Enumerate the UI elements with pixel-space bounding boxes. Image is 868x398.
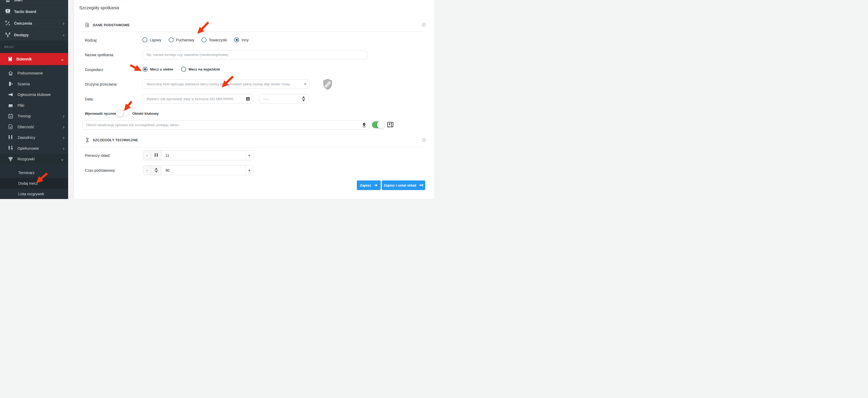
sidebar-item-label: Dostępy: [14, 33, 29, 37]
sidebar-item-label: Pliki: [18, 103, 24, 108]
chevron-right-icon: ›: [63, 126, 64, 128]
calendar-icon[interactable]: [246, 96, 250, 101]
radio-mecz-u-siebie[interactable]: Mecz u siebie: [143, 67, 173, 72]
gospodarz-label: Gospodarz:: [85, 68, 104, 72]
sidebar-item-opiekunowie[interactable]: Opiekunowie ›: [0, 143, 68, 154]
stepper-minus-button[interactable]: -: [143, 151, 151, 160]
megaphone-icon: [8, 91, 13, 98]
club-facility-map-icon: [387, 122, 394, 129]
save-and-lineup-button[interactable]: Zapisz i ustal skład: [382, 180, 425, 190]
chevron-right-icon: ›: [63, 34, 64, 36]
date-field: [143, 94, 253, 104]
chevron-down-icon: ⌄: [60, 158, 64, 160]
nazwa-input[interactable]: [143, 50, 367, 59]
radio-inny[interactable]: Inny: [234, 37, 248, 42]
sidebar-item-label: Obecność: [18, 125, 34, 129]
druzyna-label: Drużyna przeciwna:: [85, 82, 118, 87]
storage-icon: [8, 102, 13, 109]
nazwa-field: [143, 50, 367, 59]
data-label: Data:: [85, 97, 94, 101]
sidebar-item-lista-rozgrywek[interactable]: Lista rozgrywek: [0, 189, 68, 199]
sidebar-item-label: Zawodnicy: [18, 135, 35, 140]
radio-circle[interactable]: [143, 37, 147, 42]
calendar-icon: 31: [8, 113, 13, 119]
sidebar-item-start[interactable]: Start: [0, 0, 68, 6]
radio-ligowy[interactable]: Ligowy: [143, 37, 161, 42]
section-basic-collapse-icon[interactable]: [422, 23, 426, 27]
radio-circle-selected[interactable]: [234, 37, 239, 42]
sidebar: Start Tactic Board Ćwiczenia › Dostępy: [0, 0, 68, 199]
players-icon: [8, 134, 13, 141]
sidebar-item-terminarz[interactable]: Terminarz: [0, 167, 68, 178]
date-input[interactable]: [143, 94, 253, 104]
page-title: Szczegóły spotkania: [79, 5, 119, 10]
dziennik-submenu: Podsumowanie Szatnia Ogłoszenia klubowe …: [0, 65, 68, 165]
section-title: DANE PODSTAWOWE: [93, 23, 130, 27]
arrow-to-bar-icon: [419, 184, 424, 187]
sidebar-item-zawodnicy[interactable]: Zawodnicy ›: [0, 132, 68, 143]
section-title: SZCZEGÓŁY TECHNICZNE: [93, 138, 138, 142]
stepper-minus-button[interactable]: -: [143, 166, 151, 175]
sidebar-item-tactic-board[interactable]: Tactic Board: [0, 6, 68, 18]
rozgrywki-children: Terminarz Dodaj mecz Lista rozgrywek: [0, 165, 68, 199]
match-time-stepper: - +: [143, 165, 253, 175]
chevron-down-icon: ⌄: [60, 58, 64, 60]
watch-icon[interactable]: [301, 96, 306, 101]
home-icon: [4, 0, 11, 3]
sidebar-item-treningi[interactable]: 31 Treningi ›: [0, 111, 68, 122]
nazwa-label: Nazwa spotkania:: [85, 53, 114, 57]
gospodarz-radio-group: Mecz u siebie Mecz na wyjeździe: [143, 67, 220, 72]
attendance-icon: [8, 124, 13, 130]
sidebar-item-dziennik[interactable]: Dziennik ⌄: [0, 53, 68, 65]
toggle-knob[interactable]: [377, 121, 385, 129]
rodzaj-radio-group: Ligowy Pucharowy Towarzyski Inny: [143, 37, 249, 42]
svg-text:31: 31: [9, 115, 12, 118]
manual-entry-label: Wprowadź ręcznie: [85, 111, 116, 115]
sidebar-item-pliki[interactable]: Pliki: [0, 100, 68, 111]
radio-circle[interactable]: [202, 37, 207, 42]
save-button[interactable]: Zapisz: [357, 180, 381, 190]
toggle-knob[interactable]: [116, 110, 124, 117]
menu-section-label: MENU: [0, 41, 68, 53]
document-icon: [85, 23, 90, 28]
sidebar-item-label: Terminarz: [18, 171, 34, 175]
sidebar-gutter: [68, 0, 74, 199]
sidebar-item-label: Ćwiczenia: [14, 21, 32, 26]
sidebar-item-szatnia[interactable]: Szatnia: [0, 79, 68, 90]
sidebar-item-label: Ogłoszenia klubowe: [18, 93, 51, 97]
exercises-icon: [4, 20, 11, 27]
radio-circle[interactable]: [181, 67, 186, 72]
radio-mecz-na-wyjezdzie[interactable]: Mecz na wyjeździe: [181, 67, 220, 72]
location-enable-toggle[interactable]: [372, 121, 384, 128]
watch-icon: [151, 166, 161, 175]
sidebar-item-label: Opiekunowie: [18, 146, 39, 151]
sidebar-item-label: Szatnia: [18, 82, 30, 86]
sidebar-item-ogloszenia[interactable]: Ogłoszenia klubowe: [0, 89, 68, 100]
squad-size-input[interactable]: [161, 151, 245, 160]
section-technical-collapse-icon[interactable]: [422, 138, 426, 142]
radio-pucharowy[interactable]: Pucharowy: [168, 37, 194, 42]
match-time-input[interactable]: [161, 166, 245, 175]
sidebar-item-label: Lista rozgrywek: [18, 192, 44, 196]
app-root: Start Tactic Board Ćwiczenia › Dostępy: [0, 0, 434, 199]
radio-towarzyski[interactable]: Towarzyski: [202, 37, 227, 42]
sidebar-item-rozgrywki[interactable]: Rozgrywki ⌄: [0, 154, 68, 165]
sidebar-item-obecnosc[interactable]: Obecność ›: [0, 122, 68, 132]
sidebar-item-dostepy[interactable]: Dostępy ›: [0, 29, 68, 41]
location-input[interactable]: [82, 120, 369, 130]
club-facility-label: Obiekt klubowy: [132, 111, 159, 115]
stepper-plus-button[interactable]: +: [245, 151, 253, 160]
sidebar-item-label: Dziennik: [17, 57, 32, 61]
hourglass-icon: [85, 137, 90, 142]
map-pin-icon: [362, 123, 366, 128]
stepper-plus-button[interactable]: +: [245, 166, 253, 175]
trophy-icon: [8, 156, 13, 162]
sidebar-item-label: Rozgrywki: [18, 157, 35, 161]
arrow-right-icon: [374, 184, 378, 187]
radio-circle[interactable]: [168, 37, 174, 42]
sidebar-item-cwiczenia[interactable]: Ćwiczenia ›: [0, 18, 68, 29]
chevron-right-icon: ›: [63, 22, 64, 25]
rodzaj-label: Rodzaj:: [85, 38, 97, 42]
sidebar-item-podsumowanie[interactable]: Podsumowanie: [0, 68, 68, 79]
door-exit-icon: [8, 81, 13, 87]
